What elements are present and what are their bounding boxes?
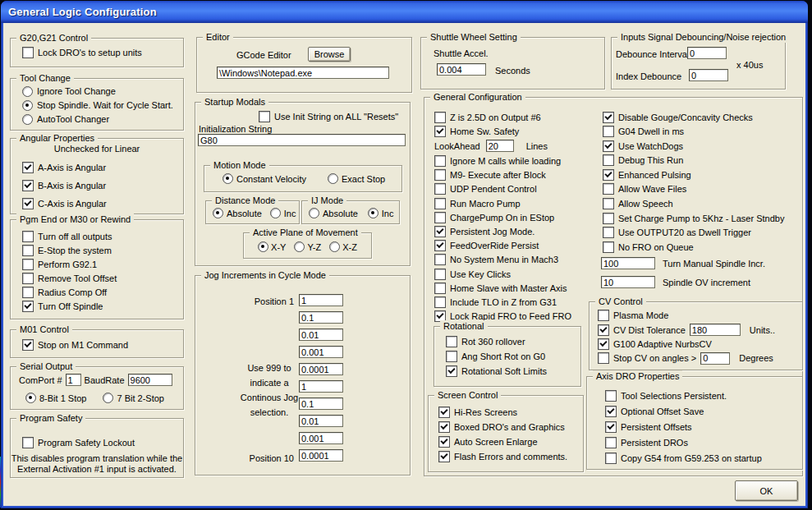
ang-short-rot-checkbox[interactable] <box>446 351 457 362</box>
persistent-dros-checkbox[interactable] <box>605 437 617 448</box>
label: Debug This Run <box>618 155 683 165</box>
g04-dwell-checkbox[interactable] <box>603 126 614 137</box>
label: Stop on M1 Command <box>38 340 128 350</box>
exact-stop-radio[interactable] <box>328 173 338 184</box>
7bit-2stop-radio[interactable] <box>103 393 113 403</box>
jog-increment-input-8[interactable] <box>299 415 343 427</box>
home-slave-checkbox[interactable] <box>434 283 446 294</box>
estop-system-checkbox[interactable] <box>22 245 34 256</box>
tool-selections-persistent-checkbox[interactable] <box>605 390 617 402</box>
jog-increment-input-7[interactable] <box>299 397 343 410</box>
turn-off-spindle-checkbox[interactable] <box>22 301 34 312</box>
boxed-dros-checkbox[interactable] <box>438 421 450 433</box>
stop-on-m1-checkbox[interactable] <box>22 339 34 351</box>
ignore-m-calls-checkbox[interactable] <box>434 155 446 167</box>
remove-tool-offset-checkbox[interactable] <box>22 273 34 284</box>
group-title: Screen Control <box>434 389 501 401</box>
m9-execute-checkbox[interactable] <box>434 169 446 181</box>
index-debounce-input[interactable] <box>689 69 728 81</box>
run-macro-pump-checkbox[interactable] <box>434 198 446 209</box>
auto-screen-enlarge-checkbox[interactable] <box>438 436 450 448</box>
c-axis-angular-checkbox[interactable] <box>22 198 34 209</box>
lock-dros-checkbox[interactable] <box>22 47 34 58</box>
flash-errors-checkbox[interactable] <box>438 451 450 462</box>
include-tlo-checkbox[interactable] <box>434 296 446 308</box>
feedoverride-persist-checkbox[interactable] <box>434 240 446 251</box>
g100-nurbs-checkbox[interactable] <box>598 338 609 350</box>
use-init-string-checkbox[interactable] <box>259 111 270 122</box>
spindle-ov-increment-input[interactable] <box>601 276 655 288</box>
jog-increment-input-10[interactable] <box>299 449 343 462</box>
hires-screens-checkbox[interactable] <box>438 407 450 418</box>
rot-360-rollover-checkbox[interactable] <box>446 336 457 347</box>
use-watchdogs-checkbox[interactable] <box>603 140 614 152</box>
cv-dist-tolerance-input[interactable] <box>690 324 741 336</box>
lookahead-input[interactable] <box>486 140 514 152</box>
no-system-menu-checkbox[interactable] <box>434 254 446 265</box>
degrees-label: Degrees <box>739 353 773 363</box>
baudrate-input[interactable] <box>128 374 172 386</box>
jog-increment-input-1[interactable] <box>299 294 343 306</box>
optional-offset-save-checkbox[interactable] <box>605 406 617 417</box>
perform-g921-checkbox[interactable] <box>22 259 34 270</box>
browse-button[interactable]: Browse <box>308 47 351 62</box>
ok-button[interactable]: OK <box>735 480 798 501</box>
comport-input[interactable] <box>66 374 81 386</box>
ij-inc-radio[interactable] <box>368 208 378 218</box>
distance-absolute-radio[interactable] <box>213 208 223 218</box>
label: Turn Off Spindle <box>38 301 103 311</box>
use-key-clicks-checkbox[interactable] <box>434 269 446 280</box>
ignore-tool-change-radio[interactable] <box>22 86 33 97</box>
plasma-mode-checkbox[interactable] <box>598 310 609 321</box>
udp-pendent-checkbox[interactable] <box>434 183 446 195</box>
title-bar[interactable]: General Logic Configuration <box>1 1 808 23</box>
rotational-soft-limits-checkbox[interactable] <box>446 365 457 377</box>
debug-this-run-checkbox[interactable] <box>603 154 614 166</box>
plane-xy-radio[interactable] <box>258 241 268 252</box>
allow-wave-files-checkbox[interactable] <box>603 183 614 195</box>
disable-gouge-checkbox[interactable] <box>603 112 614 123</box>
distance-inc-radio[interactable] <box>270 208 281 218</box>
jog-increment-input-2[interactable] <box>299 311 343 324</box>
persistent-jog-checkbox[interactable] <box>434 226 446 237</box>
output20-dwell-checkbox[interactable] <box>603 227 614 238</box>
stop-cv-angles-checkbox[interactable] <box>598 352 609 364</box>
label: Turn off all outputs <box>38 232 112 241</box>
stop-spindle-radio[interactable] <box>22 100 33 111</box>
init-string-input[interactable] <box>198 134 406 146</box>
label: Run Macro Pump <box>450 199 521 209</box>
persistent-offsets-checkbox[interactable] <box>605 421 617 433</box>
cv-dist-tolerance-checkbox[interactable] <box>598 324 609 336</box>
plane-xz-radio[interactable] <box>329 241 340 252</box>
program-safety-lockout-checkbox[interactable] <box>22 437 34 448</box>
allow-speech-checkbox[interactable] <box>603 198 614 209</box>
jog-increment-input-5[interactable] <box>299 363 343 375</box>
chargepump-estop-checkbox[interactable] <box>434 212 446 223</box>
radius-comp-off-checkbox[interactable] <box>22 287 34 298</box>
group-serial-output: Serial Output ComPort # BaudRate 8-Bit 1… <box>10 366 184 410</box>
editor-path-input[interactable] <box>217 67 389 79</box>
jog-increment-input-6[interactable] <box>299 380 343 393</box>
jog-increment-input-9[interactable] <box>299 432 343 444</box>
b-axis-angular-checkbox[interactable] <box>22 180 34 191</box>
plane-yz-radio[interactable] <box>294 241 305 252</box>
turn-off-outputs-checkbox[interactable] <box>22 231 34 242</box>
jog-increment-input-3[interactable] <box>299 329 343 341</box>
init-string-label: Initialization String <box>199 124 272 134</box>
jog-increment-input-4[interactable] <box>299 346 343 358</box>
stop-cv-angle-input[interactable] <box>700 352 730 365</box>
debounce-interval-input[interactable] <box>687 47 727 59</box>
autotool-changer-radio[interactable] <box>22 114 33 125</box>
a-axis-angular-checkbox[interactable] <box>22 162 34 173</box>
8bit-1stop-radio[interactable] <box>25 393 36 403</box>
constant-velocity-radio[interactable] <box>222 173 233 184</box>
shuttle-accel-input[interactable] <box>437 63 486 76</box>
manual-spindle-incr-input[interactable] <box>601 257 655 269</box>
ij-absolute-radio[interactable] <box>309 208 319 218</box>
copy-g54-checkbox[interactable] <box>605 453 617 464</box>
z-25d-checkbox[interactable] <box>434 112 446 123</box>
home-sw-safety-checkbox[interactable] <box>434 126 446 137</box>
enhanced-pulsing-checkbox[interactable] <box>603 169 614 181</box>
no-fro-queue-checkbox[interactable] <box>603 241 614 253</box>
charge-pump-5khz-checkbox[interactable] <box>603 213 614 224</box>
